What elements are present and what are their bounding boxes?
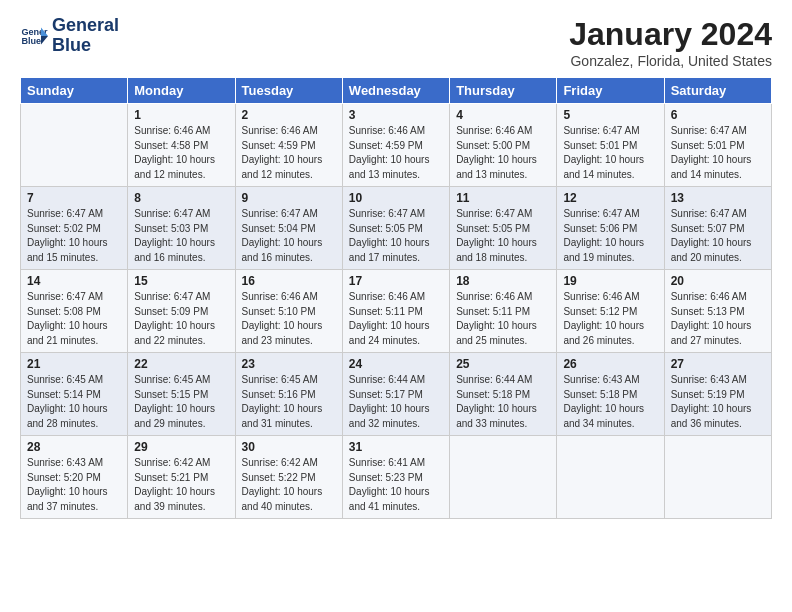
svg-marker-3 (41, 36, 48, 44)
day-cell: 1 Sunrise: 6:46 AM Sunset: 4:58 PM Dayli… (128, 104, 235, 187)
day-info: Sunrise: 6:47 AM Sunset: 5:05 PM Dayligh… (349, 207, 443, 265)
day-number: 22 (134, 357, 228, 371)
day-number: 14 (27, 274, 121, 288)
day-info: Sunrise: 6:43 AM Sunset: 5:19 PM Dayligh… (671, 373, 765, 431)
week-row-2: 7 Sunrise: 6:47 AM Sunset: 5:02 PM Dayli… (21, 187, 772, 270)
day-cell: 30 Sunrise: 6:42 AM Sunset: 5:22 PM Dayl… (235, 436, 342, 519)
day-number: 2 (242, 108, 336, 122)
day-number: 20 (671, 274, 765, 288)
col-saturday: Saturday (664, 78, 771, 104)
day-number: 25 (456, 357, 550, 371)
week-row-3: 14 Sunrise: 6:47 AM Sunset: 5:08 PM Dayl… (21, 270, 772, 353)
calendar-table: Sunday Monday Tuesday Wednesday Thursday… (20, 77, 772, 519)
location: Gonzalez, Florida, United States (569, 53, 772, 69)
day-cell: 4 Sunrise: 6:46 AM Sunset: 5:00 PM Dayli… (450, 104, 557, 187)
day-info: Sunrise: 6:45 AM Sunset: 5:15 PM Dayligh… (134, 373, 228, 431)
day-info: Sunrise: 6:45 AM Sunset: 5:14 PM Dayligh… (27, 373, 121, 431)
day-number: 28 (27, 440, 121, 454)
day-cell: 10 Sunrise: 6:47 AM Sunset: 5:05 PM Dayl… (342, 187, 449, 270)
logo-icon: General Blue (20, 22, 48, 50)
day-cell: 28 Sunrise: 6:43 AM Sunset: 5:20 PM Dayl… (21, 436, 128, 519)
day-number: 12 (563, 191, 657, 205)
col-tuesday: Tuesday (235, 78, 342, 104)
day-number: 18 (456, 274, 550, 288)
day-info: Sunrise: 6:46 AM Sunset: 4:58 PM Dayligh… (134, 124, 228, 182)
day-cell: 17 Sunrise: 6:46 AM Sunset: 5:11 PM Dayl… (342, 270, 449, 353)
day-info: Sunrise: 6:41 AM Sunset: 5:23 PM Dayligh… (349, 456, 443, 514)
day-cell: 7 Sunrise: 6:47 AM Sunset: 5:02 PM Dayli… (21, 187, 128, 270)
day-cell: 15 Sunrise: 6:47 AM Sunset: 5:09 PM Dayl… (128, 270, 235, 353)
day-cell: 9 Sunrise: 6:47 AM Sunset: 5:04 PM Dayli… (235, 187, 342, 270)
col-wednesday: Wednesday (342, 78, 449, 104)
day-info: Sunrise: 6:42 AM Sunset: 5:22 PM Dayligh… (242, 456, 336, 514)
day-info: Sunrise: 6:47 AM Sunset: 5:01 PM Dayligh… (563, 124, 657, 182)
day-number: 23 (242, 357, 336, 371)
day-number: 27 (671, 357, 765, 371)
day-cell: 19 Sunrise: 6:46 AM Sunset: 5:12 PM Dayl… (557, 270, 664, 353)
day-cell (21, 104, 128, 187)
day-number: 13 (671, 191, 765, 205)
day-info: Sunrise: 6:47 AM Sunset: 5:05 PM Dayligh… (456, 207, 550, 265)
day-number: 10 (349, 191, 443, 205)
day-number: 11 (456, 191, 550, 205)
day-cell: 5 Sunrise: 6:47 AM Sunset: 5:01 PM Dayli… (557, 104, 664, 187)
day-cell (557, 436, 664, 519)
day-info: Sunrise: 6:47 AM Sunset: 5:03 PM Dayligh… (134, 207, 228, 265)
day-cell: 31 Sunrise: 6:41 AM Sunset: 5:23 PM Dayl… (342, 436, 449, 519)
col-thursday: Thursday (450, 78, 557, 104)
week-row-1: 1 Sunrise: 6:46 AM Sunset: 4:58 PM Dayli… (21, 104, 772, 187)
week-row-4: 21 Sunrise: 6:45 AM Sunset: 5:14 PM Dayl… (21, 353, 772, 436)
day-info: Sunrise: 6:46 AM Sunset: 4:59 PM Dayligh… (349, 124, 443, 182)
day-number: 8 (134, 191, 228, 205)
day-info: Sunrise: 6:46 AM Sunset: 5:13 PM Dayligh… (671, 290, 765, 348)
day-number: 5 (563, 108, 657, 122)
day-info: Sunrise: 6:45 AM Sunset: 5:16 PM Dayligh… (242, 373, 336, 431)
day-cell: 20 Sunrise: 6:46 AM Sunset: 5:13 PM Dayl… (664, 270, 771, 353)
day-cell: 27 Sunrise: 6:43 AM Sunset: 5:19 PM Dayl… (664, 353, 771, 436)
day-cell (664, 436, 771, 519)
calendar-container: General Blue General Blue January 2024 G… (0, 0, 792, 529)
day-cell: 24 Sunrise: 6:44 AM Sunset: 5:17 PM Dayl… (342, 353, 449, 436)
day-info: Sunrise: 6:46 AM Sunset: 5:11 PM Dayligh… (456, 290, 550, 348)
day-number: 6 (671, 108, 765, 122)
day-info: Sunrise: 6:42 AM Sunset: 5:21 PM Dayligh… (134, 456, 228, 514)
day-info: Sunrise: 6:47 AM Sunset: 5:02 PM Dayligh… (27, 207, 121, 265)
logo-text: General Blue (52, 16, 119, 56)
day-number: 26 (563, 357, 657, 371)
day-cell: 26 Sunrise: 6:43 AM Sunset: 5:18 PM Dayl… (557, 353, 664, 436)
header-row: Sunday Monday Tuesday Wednesday Thursday… (21, 78, 772, 104)
day-number: 1 (134, 108, 228, 122)
day-number: 19 (563, 274, 657, 288)
day-info: Sunrise: 6:47 AM Sunset: 5:01 PM Dayligh… (671, 124, 765, 182)
day-number: 21 (27, 357, 121, 371)
day-cell: 23 Sunrise: 6:45 AM Sunset: 5:16 PM Dayl… (235, 353, 342, 436)
day-number: 3 (349, 108, 443, 122)
day-info: Sunrise: 6:43 AM Sunset: 5:20 PM Dayligh… (27, 456, 121, 514)
day-cell: 18 Sunrise: 6:46 AM Sunset: 5:11 PM Dayl… (450, 270, 557, 353)
day-info: Sunrise: 6:47 AM Sunset: 5:07 PM Dayligh… (671, 207, 765, 265)
day-cell: 11 Sunrise: 6:47 AM Sunset: 5:05 PM Dayl… (450, 187, 557, 270)
day-cell (450, 436, 557, 519)
day-cell: 16 Sunrise: 6:46 AM Sunset: 5:10 PM Dayl… (235, 270, 342, 353)
title-block: January 2024 Gonzalez, Florida, United S… (569, 16, 772, 69)
day-number: 31 (349, 440, 443, 454)
day-cell: 29 Sunrise: 6:42 AM Sunset: 5:21 PM Dayl… (128, 436, 235, 519)
day-number: 7 (27, 191, 121, 205)
day-number: 9 (242, 191, 336, 205)
day-cell: 8 Sunrise: 6:47 AM Sunset: 5:03 PM Dayli… (128, 187, 235, 270)
day-cell: 14 Sunrise: 6:47 AM Sunset: 5:08 PM Dayl… (21, 270, 128, 353)
day-info: Sunrise: 6:46 AM Sunset: 5:10 PM Dayligh… (242, 290, 336, 348)
day-number: 29 (134, 440, 228, 454)
day-info: Sunrise: 6:44 AM Sunset: 5:17 PM Dayligh… (349, 373, 443, 431)
header: General Blue General Blue January 2024 G… (20, 16, 772, 69)
day-number: 16 (242, 274, 336, 288)
day-info: Sunrise: 6:47 AM Sunset: 5:08 PM Dayligh… (27, 290, 121, 348)
day-info: Sunrise: 6:47 AM Sunset: 5:09 PM Dayligh… (134, 290, 228, 348)
day-info: Sunrise: 6:47 AM Sunset: 5:04 PM Dayligh… (242, 207, 336, 265)
col-sunday: Sunday (21, 78, 128, 104)
day-info: Sunrise: 6:47 AM Sunset: 5:06 PM Dayligh… (563, 207, 657, 265)
svg-text:Blue: Blue (21, 36, 41, 46)
day-number: 30 (242, 440, 336, 454)
day-info: Sunrise: 6:46 AM Sunset: 5:00 PM Dayligh… (456, 124, 550, 182)
day-info: Sunrise: 6:44 AM Sunset: 5:18 PM Dayligh… (456, 373, 550, 431)
